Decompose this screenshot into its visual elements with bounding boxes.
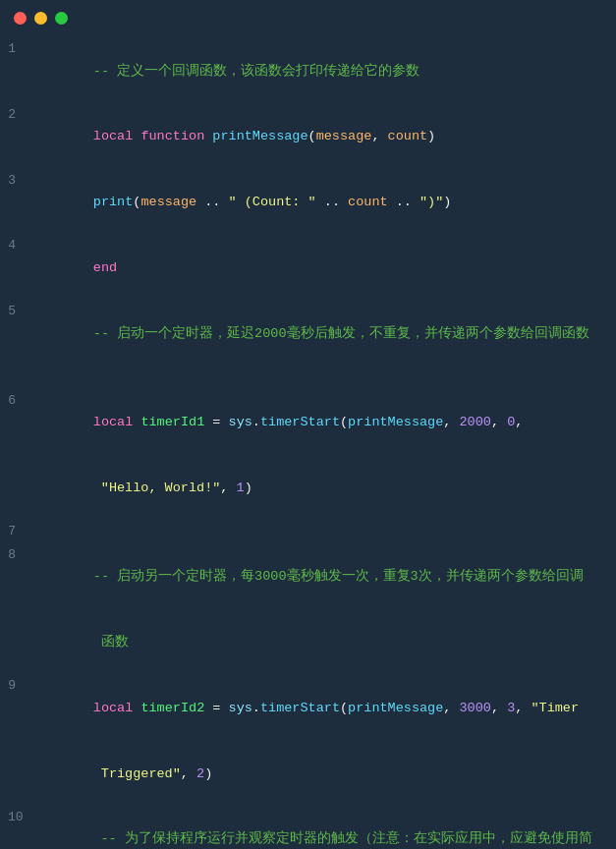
line-content: 函数 [29,610,616,674]
table-row: 函数 [0,609,616,675]
line-number: 2 [0,105,29,126]
maximize-button[interactable] [55,12,68,25]
window: 1 -- 定义一个回调函数，该函数会打印传递给它的参数 2 local func… [0,0,616,849]
line-number: 1 [0,39,29,60]
line-content: local function printMessage(message, cou… [29,105,616,169]
line-number: 7 [0,522,29,542]
line-content: print(message .. " (Count: " .. count ..… [29,171,616,235]
table-row: 2 local function printMessage(message, c… [0,104,616,170]
table-row: Triggered", 2) [0,741,616,807]
line-content [29,368,616,389]
line-number: 6 [0,391,29,412]
line-number: 4 [0,236,29,256]
close-button[interactable] [14,12,27,25]
table-row: 9 local timerId2 = sys.timerStart(printM… [0,675,616,741]
table-row: "Hello, World!", 1) [0,455,616,521]
line-content: Triggered", 2) [29,742,616,806]
line-content: "Hello, World!", 1) [29,456,616,520]
line-content: -- 启动另一个定时器，每3000毫秒触发一次，重复3次，并传递两个参数给回调 [29,545,616,609]
line-content: -- 定义一个回调函数，该函数会打印传递给它的参数 [29,39,616,103]
line-content: -- 为了保持程序运行并观察定时器的触发（注意：在实际应用中，应避免使用简 [37,808,616,849]
table-row: 5 -- 启动一个定时器，延迟2000毫秒后触发，不重复，并传递两个参数给回调函… [0,301,616,367]
line-content [29,522,616,543]
table-row: 3 print(message .. " (Count: " .. count … [0,170,616,236]
minimize-button[interactable] [34,12,47,25]
table-row: 1 -- 定义一个回调函数，该函数会打印传递给它的参数 [0,38,616,104]
line-number: 3 [0,171,29,192]
code-editor[interactable]: 1 -- 定义一个回调函数，该函数会打印传递给它的参数 2 local func… [0,34,616,849]
table-row: 4 end [0,235,616,301]
table-row: 8 -- 启动另一个定时器，每3000毫秒触发一次，重复3次，并传递两个参数给回… [0,544,616,610]
line-content: -- 启动一个定时器，延迟2000毫秒后触发，不重复，并传递两个参数给回调函数 [29,302,616,366]
titlebar [0,0,616,34]
line-content: local timerId1 = sys.timerStart(printMes… [29,391,616,455]
table-row: 6 local timerId1 = sys.timerStart(printM… [0,390,616,456]
table-row: 7 [0,521,616,544]
line-number: 5 [0,302,29,322]
line-number: 9 [0,676,29,697]
table-row [0,367,616,390]
line-number: 10 [0,808,37,828]
line-content: local timerId2 = sys.timerStart(printMes… [29,676,616,740]
line-number: 8 [0,545,29,566]
line-content: end [29,236,616,300]
table-row: 10 -- 为了保持程序运行并观察定时器的触发（注意：在实际应用中，应避免使用简 [0,807,616,849]
